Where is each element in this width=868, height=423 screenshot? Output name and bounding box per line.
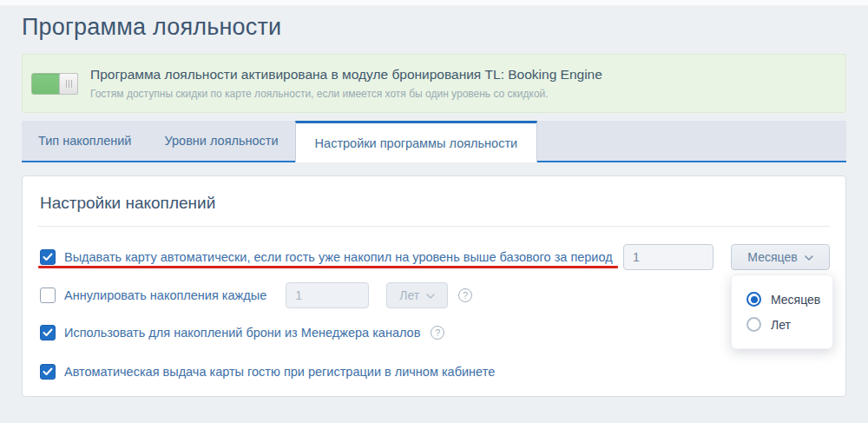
tab-accrual-type[interactable]: Тип накоплений (22, 121, 148, 161)
annul-unit-select: Лет (386, 282, 448, 308)
unit-dropdown-popup: Месяцев Лет (731, 274, 833, 349)
check-icon (43, 328, 53, 337)
period-unit-select[interactable]: Месяцев (731, 244, 830, 270)
auto-card-checkbox[interactable] (40, 249, 56, 265)
page-title: Программа лояльности (22, 14, 846, 41)
dropdown-option-years[interactable]: Лет (732, 312, 832, 337)
top-strip (0, 0, 868, 5)
dropdown-option-months[interactable]: Месяцев (732, 287, 832, 312)
tab-bar: Тип накоплений Уровни лояльности Настрой… (22, 121, 846, 162)
period-value-input[interactable] (623, 244, 713, 270)
banner-text: Программа лояльности активирована в моду… (90, 67, 602, 100)
auto-card-label: Выдавать карту автоматически, если гость… (64, 250, 613, 264)
annul-value-input (286, 282, 369, 308)
auto-registration-checkbox[interactable] (40, 364, 56, 380)
row-auto-card: Выдавать карту автоматически, если гость… (40, 244, 830, 270)
red-underline-annotation (38, 266, 618, 268)
annul-unit-value: Лет (399, 288, 419, 302)
settings-panel: Настройки накоплений Выдавать карту авто… (22, 175, 846, 397)
row-annul: Аннулировать накопления каждые Лет ? (40, 282, 830, 308)
divider (38, 226, 830, 227)
dropdown-option-label: Лет (771, 318, 791, 332)
channel-manager-label: Использовать для накоплений брони из Мен… (64, 326, 420, 340)
help-icon[interactable]: ? (458, 288, 472, 302)
banner-title: Программа лояльности активирована в моду… (90, 67, 602, 83)
tab-loyalty-settings[interactable]: Настройки программы лояльности (295, 121, 538, 162)
period-unit-value: Месяцев (747, 250, 797, 264)
activation-banner: Программа лояльности активирована в моду… (22, 54, 846, 113)
row-channel-manager: Использовать для накоплений брони из Мен… (40, 323, 830, 342)
row-auto-registration: Автоматическая выдача карты гостю при ре… (40, 362, 830, 381)
help-icon[interactable]: ? (431, 326, 444, 340)
chevron-down-icon (426, 294, 435, 299)
toggle-handle-icon (59, 73, 78, 95)
radio-unselected-icon (746, 317, 761, 332)
radio-selected-icon (746, 292, 761, 307)
check-icon (43, 253, 53, 261)
auto-registration-label: Автоматическая выдача карты гостю при ре… (64, 365, 495, 379)
chevron-down-icon (805, 255, 813, 261)
check-icon (43, 367, 53, 376)
banner-subtitle: Гостям доступны скидки по карте лояльнос… (90, 88, 602, 100)
loyalty-toggle[interactable] (31, 73, 78, 95)
tab-loyalty-levels[interactable]: Уровни лояльности (148, 121, 294, 161)
annul-checkbox[interactable] (40, 288, 56, 303)
annul-label: Аннулировать накопления каждые (64, 288, 266, 302)
channel-manager-checkbox[interactable] (40, 325, 56, 340)
dropdown-option-label: Месяцев (771, 293, 820, 307)
section-heading: Настройки накоплений (40, 194, 830, 213)
